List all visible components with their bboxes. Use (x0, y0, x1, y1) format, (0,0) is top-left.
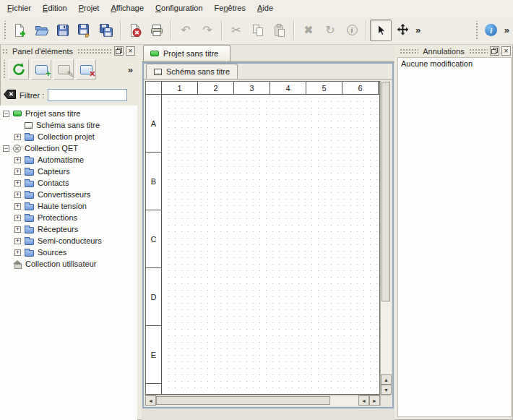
dock-close-button[interactable]: × (501, 46, 511, 56)
new-file-button[interactable] (9, 20, 30, 41)
scroll-right-button[interactable]: ► (369, 395, 380, 406)
column-header: 6 (342, 82, 379, 94)
dock-close-button[interactable]: × (126, 46, 135, 56)
menu-edition[interactable]: Édition (37, 0, 73, 16)
scroll-down-button[interactable]: ▼ (381, 385, 392, 395)
expand-icon[interactable]: + (14, 249, 21, 256)
home-icon (13, 260, 22, 268)
delete-button[interactable]: ✖ (298, 20, 319, 41)
vertical-scrollbar-thumb[interactable] (381, 82, 390, 301)
main-toolbar: ↶ ↷ ✂ ✖ ↻ i » i » (0, 16, 513, 45)
toolbar-overflow-button[interactable]: » (502, 25, 512, 35)
toolbar-overflow-button[interactable]: » (126, 64, 135, 75)
expand-icon[interactable]: + (14, 192, 21, 198)
tree-item-automatisme[interactable]: + Automatisme (0, 154, 137, 166)
tree-item-collection-qet[interactable]: − Collection QET (0, 142, 137, 154)
undo-list-item[interactable]: Aucune modification (398, 58, 511, 69)
folder-icon (25, 204, 34, 210)
elements-panel-titlebar[interactable]: Panel d'éléments × (0, 45, 137, 57)
dock-drag-handle[interactable] (2, 48, 8, 54)
tree-item-protections[interactable]: + Protections (0, 212, 137, 223)
tree-item-recepteurs[interactable]: + Récepteurs (0, 223, 137, 235)
cut-button[interactable]: ✂ (225, 20, 247, 41)
menu-affichage[interactable]: Affichage (105, 0, 150, 16)
expand-icon[interactable]: + (14, 215, 21, 221)
menu-fichier[interactable]: Fichier (1, 0, 37, 16)
menu-configuration[interactable]: Configuration (150, 0, 208, 16)
menu-projet[interactable]: Projet (73, 0, 105, 16)
row-header: E (146, 326, 161, 384)
undo-dock-titlebar[interactable]: Annulations × (397, 45, 513, 57)
horizontal-scrollbar[interactable]: ◄ ◄ ► (145, 395, 380, 406)
tree-item-collection-projet[interactable]: + Collection projet (0, 131, 137, 142)
project-tab[interactable]: Projet sans titre (143, 45, 230, 61)
drawing-grid[interactable] (163, 95, 379, 394)
tree-item-haute-tension[interactable]: + Haute tension (0, 200, 137, 212)
toolbar-drag-handle[interactable] (3, 21, 7, 40)
expand-icon[interactable]: + (14, 180, 21, 187)
toolbar-drag-handle[interactable] (475, 21, 479, 40)
menu-aide[interactable]: Aide (251, 0, 279, 16)
reload-collections-button[interactable] (9, 59, 29, 80)
print-button[interactable] (146, 20, 168, 41)
folder-icon (25, 239, 34, 245)
project-icon (13, 111, 22, 116)
diagram-icon (154, 69, 162, 75)
expand-icon[interactable]: + (14, 238, 21, 244)
info-icon: i (347, 25, 358, 35)
toolbar-overflow-button[interactable]: » (413, 25, 423, 35)
new-element-button[interactable]: + (31, 59, 51, 80)
tree-item-collection-utilisateur[interactable]: Collection utilisateur (0, 258, 137, 270)
dock-float-button[interactable] (114, 46, 124, 56)
tree-item-projet-sans-titre[interactable]: − Projet sans titre (0, 108, 137, 119)
diagram-tab[interactable]: Schéma sans titre (146, 64, 238, 79)
edit-element-button[interactable]: ✎ (53, 59, 74, 80)
select-tool-button[interactable] (370, 20, 392, 41)
save-button[interactable] (52, 20, 74, 41)
copy-button[interactable] (247, 20, 269, 41)
delete-element-button[interactable]: ✕ (76, 59, 96, 80)
element-box-icon: ✕ (80, 65, 92, 74)
expand-icon[interactable]: + (14, 134, 21, 140)
expand-icon[interactable]: + (14, 157, 21, 163)
elements-panel-toolbar: + ✎ ✕ » (0, 57, 137, 82)
tree-item-semi-conducteurs[interactable]: + Semi-conducteurs (0, 235, 137, 247)
tree-item-contacts[interactable]: + Contacts (0, 177, 137, 189)
paste-button[interactable] (269, 20, 290, 41)
diagram-canvas[interactable]: 1 2 3 4 5 6 A B C D E (145, 81, 380, 395)
close-file-button[interactable] (124, 20, 146, 41)
horizontal-scrollbar-track[interactable] (156, 395, 358, 406)
scroll-left-button[interactable]: ◄ (358, 395, 369, 406)
undo-button[interactable]: ↶ (175, 20, 197, 41)
vertical-scrollbar[interactable]: ▲ ▼ (380, 81, 391, 395)
scroll-left-button[interactable]: ◄ (145, 395, 156, 406)
tree-item-capteurs[interactable]: + Capteurs (0, 166, 137, 177)
help-button[interactable]: i (480, 20, 502, 41)
tree-item-sources[interactable]: + Sources (0, 247, 137, 258)
scroll-up-button[interactable]: ▲ (381, 374, 392, 385)
open-file-button[interactable] (30, 20, 52, 41)
dock-drag-handle[interactable] (400, 48, 418, 54)
menu-fenetres[interactable]: Fenêtres (209, 0, 251, 16)
info-button[interactable]: i (341, 20, 363, 41)
save-as-button[interactable] (74, 20, 95, 41)
dock-float-button[interactable] (490, 46, 499, 56)
expand-icon[interactable]: + (14, 203, 21, 210)
tree-item-convertisseurs[interactable]: + Convertisseurs (0, 189, 137, 200)
rotate-button[interactable]: ↻ (319, 20, 341, 41)
redo-button[interactable]: ↷ (197, 20, 218, 41)
collapse-icon[interactable]: − (3, 145, 9, 152)
dock-drag-handle[interactable] (77, 48, 112, 54)
filter-input[interactable] (48, 89, 127, 101)
expand-icon[interactable]: + (14, 168, 21, 175)
menu-label: Affichage (111, 4, 144, 12)
tree-item-schema-sans-titre[interactable]: Schéma sans titre (0, 119, 137, 131)
horizontal-scrollbar-thumb[interactable] (156, 396, 330, 405)
save-all-button[interactable] (95, 20, 117, 41)
toolbar-drag-handle[interactable] (2, 60, 7, 79)
collapse-icon[interactable]: − (3, 111, 9, 117)
move-tool-button[interactable] (392, 20, 413, 41)
dock-drag-handle[interactable] (469, 48, 488, 54)
clear-filter-button[interactable] (4, 90, 16, 100)
expand-icon[interactable]: + (14, 226, 21, 233)
